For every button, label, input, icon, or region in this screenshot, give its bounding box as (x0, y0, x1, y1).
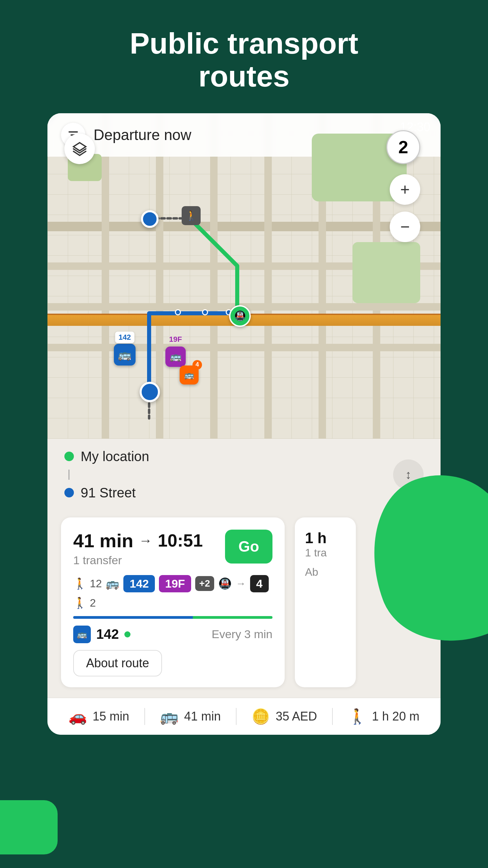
nav-walk[interactable]: 🚶 1 h 20 m (348, 708, 420, 725)
route-duration-arrow: → (139, 533, 152, 548)
seg-bus-icon: 🚌 (106, 577, 119, 590)
live-indicator (124, 631, 130, 637)
destination-dot (64, 488, 74, 497)
partial-duration: 1 h (305, 530, 346, 547)
route-segments: 🚶 12 🚌 142 19F +2 🚇 → 4 🚶 2 (73, 575, 272, 609)
bus-142-marker: 142 🚌 (114, 344, 136, 366)
about-route-button[interactable]: About route (73, 650, 162, 676)
seg-walk-2: 🚶 2 (73, 596, 96, 609)
location-bar: My location 91 Street ↕ (47, 439, 441, 507)
bus-19f-marker: 19F 🚌 (165, 347, 186, 367)
transit-stop-marker: 🚇 (229, 305, 251, 327)
bus-4-marker: 4 🚌 (180, 366, 199, 384)
car-icon: 🚗 (68, 708, 87, 725)
progress-bus (73, 616, 193, 619)
origin-dot (64, 452, 74, 461)
walk-time: 1 h 20 m (372, 709, 420, 724)
origin-label: My location (81, 449, 149, 464)
cost-amount: 35 AED (276, 709, 317, 724)
location-connector (68, 470, 69, 480)
origin-location: My location (64, 449, 149, 464)
seg-badge-142: 142 (123, 575, 155, 592)
bus-nav-icon: 🚌 (160, 708, 179, 725)
map-zoom-in-button[interactable]: + (390, 174, 420, 205)
route-card-secondary: 1 h 1 tra Ab (295, 517, 356, 687)
location-list: My location 91 Street (64, 449, 149, 500)
nav-cost[interactable]: 🪙 35 AED (251, 708, 317, 725)
bus-frequency-row: 🚌 142 Every 3 min (73, 626, 272, 643)
page-title: Public transportroutes (14, 27, 474, 93)
map-street (264, 113, 272, 439)
destination-marker (140, 382, 160, 402)
walk-marker: 🚶 (182, 206, 201, 225)
seg-badge-19f: 19F (159, 575, 191, 592)
route-transfer-count: 1 transfer (73, 554, 203, 567)
cost-icon: 🪙 (251, 708, 270, 725)
route-time-info: 41 min → 10:51 1 transfer (73, 530, 203, 567)
nav-bus[interactable]: 🚌 41 min (160, 708, 221, 725)
map-layers-button[interactable] (64, 134, 95, 164)
walk-nav-icon: 🚶 (348, 708, 367, 725)
car-time: 15 min (93, 709, 129, 724)
route-arrival-time: 10:51 (158, 530, 203, 551)
seg-badge-4: 4 (250, 575, 269, 592)
nav-car[interactable]: 🚗 15 min (68, 708, 129, 725)
nav-separator (144, 708, 145, 725)
partial-transfer: 1 tra (305, 547, 346, 559)
seg-walk-1: 🚶 12 (73, 577, 102, 590)
progress-metro (193, 616, 272, 619)
route-duration: 41 min (73, 530, 133, 552)
map-zoom-out-button[interactable]: − (390, 212, 420, 242)
blob-decoration-left (0, 800, 58, 854)
route-card-header: 41 min → 10:51 1 transfer Go (73, 530, 272, 567)
partial-about: Ab (305, 566, 346, 578)
bus-frequency: Every 3 min (212, 628, 273, 641)
map-street (210, 113, 218, 439)
bus-time: 41 min (184, 709, 221, 724)
seg-badge-plus2: +2 (195, 576, 214, 591)
bottom-nav: 🚗 15 min 🚌 41 min 🪙 35 AED 🚶 1 h 20 m (47, 697, 441, 735)
nav-separator-3 (332, 708, 333, 725)
route-duration-row: 41 min → 10:51 (73, 530, 203, 552)
main-card: 12:30 2 + − 🚶 🚇 14 (47, 113, 441, 735)
header-section: Public transportroutes (0, 0, 488, 113)
map-area[interactable]: 12:30 2 + − 🚶 🚇 14 (47, 113, 441, 439)
destination-location: 91 Street (64, 485, 149, 500)
destination-label: 91 Street (81, 485, 136, 500)
bus-icon-small: 🚌 (73, 626, 91, 643)
map-park (352, 242, 420, 303)
seg-arrow: → (236, 578, 246, 589)
departure-now-label: Departure now (94, 126, 191, 143)
bus-freq-left: 🚌 142 (73, 626, 130, 643)
seg-metro-icon: 🚇 (218, 577, 232, 590)
go-button[interactable]: Go (225, 530, 272, 564)
nav-separator-2 (236, 708, 237, 725)
route-card-primary: 41 min → 10:51 1 transfer Go 🚶 12 🚌 142 … (61, 517, 285, 687)
map-zoom-level: 2 (386, 130, 420, 164)
origin-marker (141, 210, 159, 228)
map-street (102, 113, 109, 439)
bus-route-number: 142 (96, 627, 119, 642)
route-progress-bar (73, 616, 272, 619)
